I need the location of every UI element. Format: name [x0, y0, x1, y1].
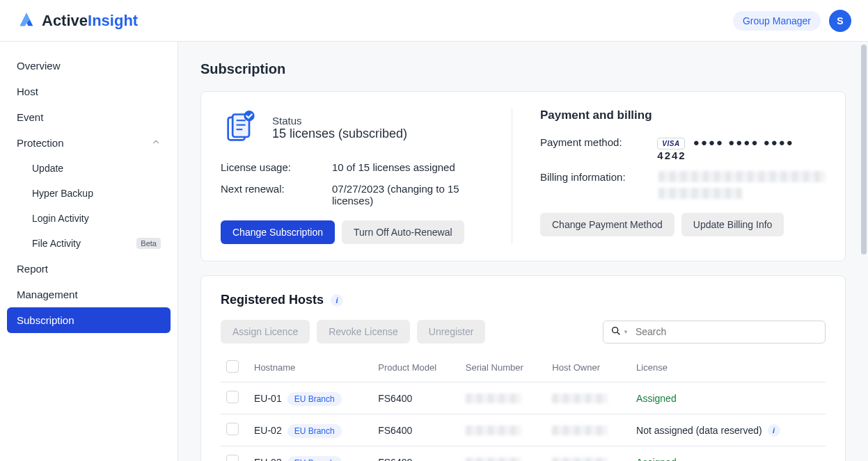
registered-hosts-title: Registered Hosts	[221, 293, 324, 307]
change-payment-method-button[interactable]: Change Payment Method	[540, 213, 674, 236]
billing-info-label: Billing information:	[540, 171, 658, 183]
select-all-checkbox[interactable]	[226, 360, 239, 373]
model: FS6400	[372, 446, 460, 462]
sidebar: Overview Host Event Protection Update Hy…	[0, 42, 178, 461]
branch-tag: EU Branch	[287, 456, 342, 462]
table-row[interactable]: EU-02EU Branch FS6400 Not assigned (data…	[221, 414, 826, 446]
model: FS6400	[372, 382, 460, 414]
revoke-license-button[interactable]: Revoke License	[317, 320, 410, 343]
brand-logo-icon	[17, 10, 36, 31]
usage-label: License usage:	[221, 161, 332, 173]
scrollbar[interactable]	[861, 45, 867, 254]
hosts-table: Hostname Product Model Serial Number Hos…	[221, 353, 826, 461]
row-checkbox[interactable]	[226, 391, 239, 403]
sidebar-item-hyper-backup[interactable]: Hyper Backup	[7, 181, 171, 206]
role-badge[interactable]: Group Manager	[733, 11, 821, 31]
sidebar-item-file-activity[interactable]: File Activity Beta	[7, 231, 171, 256]
col-serial: Serial Number	[460, 353, 547, 382]
page-title: Subscription	[200, 61, 846, 77]
owner-redacted	[552, 394, 608, 403]
search-box[interactable]: ▼	[603, 321, 826, 343]
sidebar-item-event[interactable]: Event	[7, 104, 171, 130]
serial-redacted	[466, 426, 521, 435]
sidebar-item-host[interactable]: Host	[7, 79, 171, 104]
change-subscription-button[interactable]: Change Subscription	[221, 220, 335, 244]
serial-redacted	[466, 394, 521, 403]
renewal-value: 07/27/2023 (changing to 15 licenses)	[332, 183, 484, 207]
status-value: 15 licenses (subscribed)	[272, 127, 407, 141]
hostname: EU-01	[254, 393, 282, 404]
search-icon	[610, 325, 622, 339]
license-status: Assigned	[636, 457, 677, 462]
svg-point-5	[244, 111, 254, 121]
owner-redacted	[552, 458, 608, 462]
owner-redacted	[552, 426, 608, 435]
license-status: Not assigned (data reserved)i	[636, 424, 780, 437]
unregister-button[interactable]: Unregister	[417, 320, 486, 343]
info-icon[interactable]: i	[768, 424, 780, 437]
sidebar-item-overview[interactable]: Overview	[7, 53, 171, 79]
avatar[interactable]: S	[829, 10, 851, 32]
registered-hosts-card: Registered Hosts i Assign Licence Revoke…	[200, 275, 846, 461]
beta-badge: Beta	[136, 238, 161, 249]
dropdown-caret-icon[interactable]: ▼	[623, 329, 629, 335]
payment-method-label: Payment method:	[540, 136, 657, 148]
sidebar-item-subscription[interactable]: Subscription	[7, 307, 171, 333]
sidebar-item-report[interactable]: Report	[7, 256, 171, 282]
branch-tag: EU Branch	[287, 424, 342, 438]
sidebar-item-login-activity[interactable]: Login Activity	[7, 206, 171, 231]
billing-info-value	[658, 171, 826, 199]
sidebar-item-management[interactable]: Management	[7, 282, 171, 307]
sidebar-item-update[interactable]: Update	[7, 156, 171, 181]
col-model: Product Model	[372, 353, 460, 382]
row-checkbox[interactable]	[226, 455, 239, 461]
table-row[interactable]: EU-03EU Branch FS6400 Assigned	[221, 446, 826, 462]
branch-tag: EU Branch	[287, 392, 342, 406]
sidebar-item-protection[interactable]: Protection	[7, 130, 171, 156]
main-content: Subscription	[178, 42, 868, 461]
info-icon[interactable]: i	[331, 294, 343, 307]
table-row[interactable]: EU-01EU Branch FS6400 Assigned	[221, 382, 826, 414]
payment-method-value: VISA ●●●● ●●●● ●●●● 4242	[657, 136, 826, 161]
license-status: Assigned	[636, 393, 677, 404]
usage-value: 10 of 15 licenses assigned	[332, 161, 484, 173]
svg-line-7	[617, 332, 620, 334]
renewal-label: Next renewal:	[221, 183, 332, 207]
search-input[interactable]	[636, 326, 818, 337]
serial-redacted	[466, 458, 521, 462]
col-license: License	[631, 353, 826, 382]
brand: ActiveInsight	[17, 10, 138, 31]
visa-icon: VISA	[657, 138, 684, 149]
col-hostname: Hostname	[248, 353, 372, 382]
status-label: Status	[272, 115, 407, 127]
row-checkbox[interactable]	[226, 423, 239, 435]
subscription-card: Status 15 licenses (subscribed) License …	[200, 91, 846, 261]
update-billing-info-button[interactable]: Update Billing Info	[681, 213, 784, 236]
billing-title: Payment and billing	[540, 108, 826, 122]
model: FS6400	[372, 414, 460, 446]
turn-off-auto-renewal-button[interactable]: Turn Off Auto-Renewal	[342, 220, 464, 244]
hostname: EU-02	[254, 425, 282, 436]
assign-license-button[interactable]: Assign Licence	[221, 320, 310, 343]
col-owner: Host Owner	[546, 353, 631, 382]
topbar: ActiveInsight Group Manager S	[0, 0, 868, 42]
chevron-up-icon	[151, 137, 161, 149]
hostname: EU-03	[254, 457, 282, 462]
brand-name: ActiveInsight	[42, 12, 138, 30]
svg-point-6	[613, 327, 618, 332]
license-icon	[221, 108, 260, 147]
